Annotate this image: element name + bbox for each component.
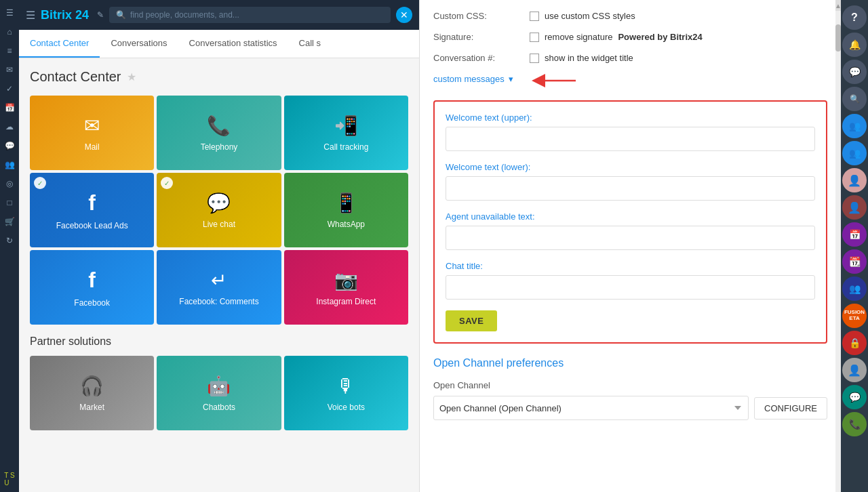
rs-lock-icon[interactable]: 🔒 — [842, 331, 867, 355]
left-sidebar: ☰ ⌂ ≡ ✉ ✓ 📅 ☁ 💬 👥 ◎ □ 🛒 ↻ T SU — [0, 0, 19, 492]
signature-label: Signature: — [433, 32, 521, 42]
configure-button[interactable]: CONFIGURE — [754, 397, 827, 419]
top-bar: ☰ Bitrix 24 ✎ 🔍 find people, documents, … — [19, 0, 419, 30]
tasks-icon[interactable]: ✓ — [2, 81, 17, 96]
instagram-direct-icon: 📷 — [334, 269, 358, 291]
grid-item-facebook-lead-ads[interactable]: ✓ f Facebook Lead Ads — [30, 173, 154, 247]
live-chat-icon: 💬 — [207, 192, 231, 214]
tabs-bar: Contact Center Conversations Conversatio… — [19, 30, 419, 58]
custom-css-checkbox[interactable] — [530, 12, 539, 21]
grid-item-facebook[interactable]: f Facebook — [30, 250, 154, 325]
rs-avatar2[interactable]: 👤 — [842, 195, 867, 220]
rs-avatar3[interactable]: 👤 — [842, 358, 867, 382]
grid-item-telephony[interactable]: 📞 Telephony — [157, 96, 281, 170]
welcome-upper-input[interactable] — [446, 127, 815, 151]
custom-css-label: Custom CSS: — [433, 11, 521, 21]
chat-title-group: Chat title: — [446, 261, 815, 300]
store-icon[interactable]: 🛒 — [2, 214, 17, 229]
hamburger-icon[interactable]: ☰ — [2, 5, 17, 20]
scroll-thumb — [835, 24, 841, 52]
open-channel-label: Open Channel — [433, 380, 827, 390]
rs-calendar2-icon[interactable]: 📆 — [842, 249, 867, 274]
signature-checkbox[interactable] — [530, 33, 539, 42]
rs-chat-icon[interactable]: 💬 — [842, 60, 867, 84]
partner-solutions-title: Partner solutions — [30, 335, 408, 348]
tab-conversation-statistics[interactable]: Conversation statistics — [178, 30, 288, 58]
scroll-indicator[interactable]: ▲ — [835, 0, 841, 492]
agent-unavailable-input[interactable] — [446, 226, 815, 250]
conversation-value: show in the widget title — [530, 53, 633, 63]
grid-item-whatsapp[interactable]: 📱 WhatsApp — [284, 173, 408, 247]
custom-css-row: Custom CSS: use custom CSS styles — [433, 11, 827, 21]
star-icon[interactable]: ★ — [127, 70, 136, 83]
whatsapp-label: WhatsApp — [328, 220, 365, 229]
rs-avatar1[interactable]: 👤 — [842, 168, 867, 192]
signature-value: remove signature Powered by Bitrix24 — [530, 32, 703, 42]
grid-item-facebook-comments[interactable]: ↵ Facebook: Comments — [157, 250, 281, 325]
facebook-lead-ads-label: Facebook Lead Ads — [56, 221, 128, 230]
conversation-row: Conversation #: show in the widget title — [433, 53, 827, 63]
check-facebook-lead-ads: ✓ — [34, 177, 46, 189]
more-icon[interactable]: T SU — [2, 472, 17, 487]
chatbots-label: Chatbots — [203, 403, 235, 412]
rs-phone-icon[interactable]: 📞 — [842, 412, 867, 436]
call-tracking-icon: 📲 — [334, 115, 358, 137]
telephony-label: Telephony — [201, 142, 238, 152]
calendar-icon[interactable]: 📅 — [2, 100, 17, 115]
open-channel-select[interactable]: Open Channel (Open Channel) — [433, 396, 749, 420]
grid-item-mail[interactable]: ✉ Mail — [30, 96, 154, 170]
market-label: Market — [79, 403, 104, 412]
tab-call-s[interactable]: Call s — [288, 30, 332, 58]
chat-title-input[interactable] — [446, 275, 815, 300]
partner-grid: 🎧 Market 🤖 Chatbots 🎙 Voice bots — [30, 356, 408, 430]
agent-unavailable-label: Agent unavailable text: — [446, 211, 815, 222]
chat-icon[interactable]: 💬 — [2, 138, 17, 153]
home-icon[interactable]: ⌂ — [2, 24, 17, 39]
search-bar[interactable]: 🔍 find people, documents, and... — [109, 7, 391, 23]
whatsapp-icon: 📱 — [334, 192, 358, 214]
rs-question-icon[interactable]: ? — [842, 5, 867, 30]
market-icon: 🎧 — [80, 375, 104, 397]
agent-unavailable-group: Agent unavailable text: — [446, 211, 815, 250]
edit-icon[interactable]: ✎ — [97, 10, 104, 20]
drive-icon[interactable]: ☁ — [2, 119, 17, 134]
left-panel: ☰ Bitrix 24 ✎ 🔍 find people, documents, … — [19, 0, 419, 492]
facebook-label: Facebook — [74, 298, 110, 308]
close-button[interactable]: ✕ — [396, 7, 412, 23]
conversation-label: Conversation #: — [433, 53, 521, 63]
rs-people2-icon[interactable]: 👥 — [842, 141, 867, 165]
rs-bell-icon[interactable]: 🔔 — [842, 33, 867, 57]
rs-search-icon[interactable]: 🔍 — [842, 87, 867, 111]
feed-icon[interactable]: ≡ — [2, 43, 17, 58]
open-channel-row: Open Channel (Open Channel) CONFIGURE — [433, 396, 827, 420]
grid-item-call-tracking[interactable]: 📲 Call tracking — [284, 96, 408, 170]
grid-item-chatbots[interactable]: 🤖 Chatbots — [157, 356, 281, 430]
target-icon[interactable]: ◎ — [2, 176, 17, 191]
rs-people3-icon[interactable]: 👥 — [842, 276, 867, 301]
rs-people1-icon[interactable]: 👥 — [842, 114, 867, 138]
messages-icon[interactable]: ✉ — [2, 62, 17, 77]
open-channel-section-title: Open Channel preferences — [433, 357, 827, 369]
tab-conversations[interactable]: Conversations — [100, 30, 178, 58]
grid-item-market[interactable]: 🎧 Market — [30, 356, 154, 430]
menu-icon[interactable]: ☰ — [26, 9, 35, 22]
custom-messages-toggle[interactable]: custom messages ▾ — [433, 74, 513, 84]
rs-calendar1-icon[interactable]: 📅 — [842, 222, 867, 247]
grid-item-live-chat[interactable]: ✓ 💬 Live chat — [157, 173, 281, 247]
main-grid: ✉ Mail 📞 Telephony 📲 Call tracking ✓ f — [30, 96, 408, 325]
page-title: Contact Center ★ — [30, 69, 408, 85]
chatbots-icon: 🤖 — [207, 375, 231, 397]
grid-item-voice-bots[interactable]: 🎙 Voice bots — [284, 356, 408, 430]
tab-contact-center[interactable]: Contact Center — [19, 30, 100, 58]
welcome-lower-input[interactable] — [446, 176, 815, 201]
rs-fusion-icon[interactable]: FUSION ETA — [842, 304, 867, 328]
crm-icon[interactable]: 👥 — [2, 157, 17, 172]
tasks2-icon[interactable]: □ — [2, 195, 17, 210]
save-button[interactable]: SAVE — [446, 310, 497, 331]
sync-icon[interactable]: ↻ — [2, 233, 17, 248]
scroll-up[interactable]: ▲ — [835, 0, 841, 11]
conversation-checkbox[interactable] — [530, 54, 539, 63]
voice-bots-icon: 🎙 — [336, 375, 355, 397]
grid-item-instagram-direct[interactable]: 📷 Instagram Direct — [284, 250, 408, 325]
rs-chat2-icon[interactable]: 💬 — [842, 385, 867, 409]
